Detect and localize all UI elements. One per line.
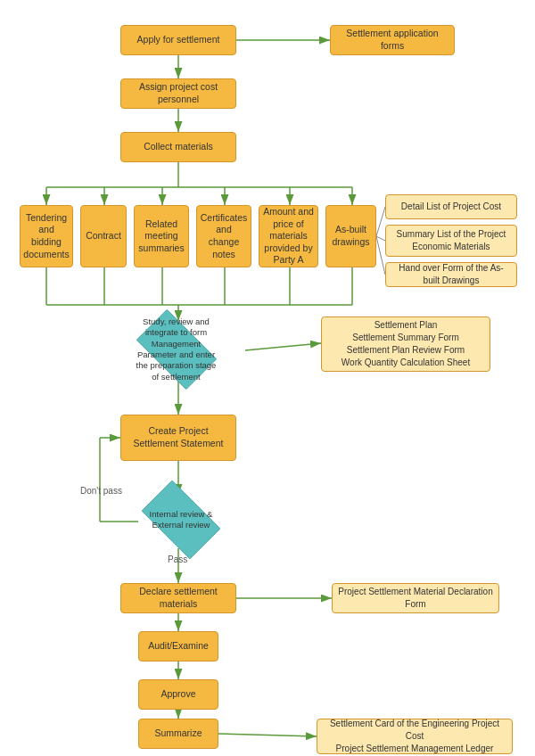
amount-box: Amount and price of materials provided b…	[259, 205, 318, 267]
pass-label: Pass	[168, 555, 187, 564]
audit-box: Audit/Examine	[138, 631, 218, 662]
svg-line-23	[376, 236, 385, 275]
detail-list-box: Detail List of Project Cost	[385, 194, 517, 219]
settlement-plan-box: Settlement Plan Settlement Summary Form …	[321, 316, 490, 372]
certificates-box: Certificates and change notes	[196, 205, 251, 267]
study-label: Study, review and integrate to form Mana…	[128, 319, 226, 380]
arrows-svg	[0, 0, 535, 756]
meeting-box: Related meeting summaries	[134, 205, 189, 267]
handover-box: Hand over Form of the As-built Drawings	[385, 262, 517, 287]
apply-box: Apply for settlement	[120, 25, 236, 55]
tendering-box: Tendering and bidding documents	[20, 205, 73, 267]
flowchart: Apply for settlement Settlement applicat…	[0, 0, 535, 756]
svg-line-35	[218, 734, 317, 736]
project-settlement-form-box: Project Settlement Material Declaration …	[332, 583, 499, 613]
declare-box: Declare settlement materials	[120, 583, 236, 613]
collect-box: Collect materials	[120, 132, 236, 162]
contract-box: Contract	[80, 205, 127, 267]
dont-pass-label: Don't pass	[80, 486, 122, 496]
svg-line-22	[376, 236, 385, 241]
svg-line-21	[376, 207, 385, 236]
settlement-card-box: Settlement Card of the Engineering Proje…	[317, 719, 513, 754]
assign-box: Assign project cost personnel	[120, 78, 236, 109]
summarize-box: Summarize	[138, 719, 218, 749]
svg-line-24	[245, 343, 321, 350]
asbuilt-box: As-built drawings	[325, 205, 376, 267]
review-label: Internal review & External review	[132, 489, 230, 551]
settlement-forms-box: Settlement application forms	[330, 25, 455, 55]
summary-list-box: Summary List of the Project Economic Mat…	[385, 225, 517, 257]
approve-box: Approve	[138, 679, 218, 710]
create-box: Create Project Settlement Statement	[120, 415, 236, 461]
